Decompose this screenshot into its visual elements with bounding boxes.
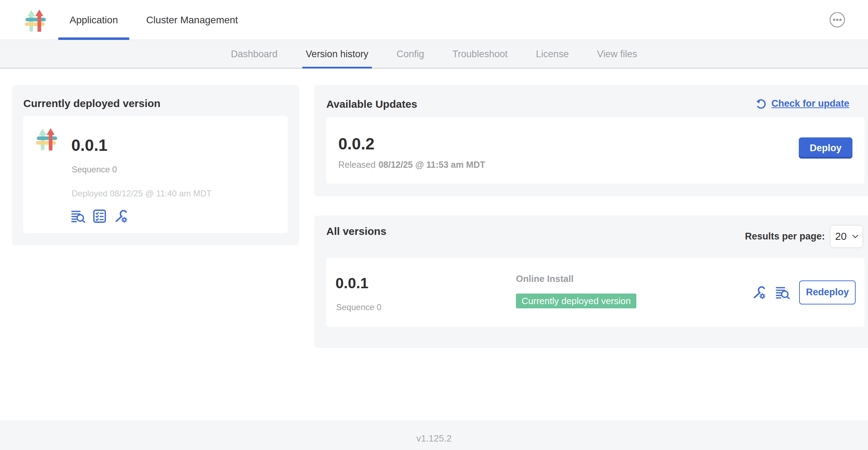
row-sequence: Sequence 0 bbox=[336, 302, 381, 312]
deployed-action-icons bbox=[71, 208, 129, 224]
released-prefix: Released bbox=[338, 160, 376, 170]
currently-deployed-badge: Currently deployed version bbox=[516, 294, 636, 308]
available-updates-card: Available Updates Check for update 0.0.2… bbox=[314, 85, 868, 196]
tab-application[interactable]: Application bbox=[58, 0, 129, 40]
available-updates-title: Available Updates bbox=[326, 98, 417, 110]
deployed-card-title: Currently deployed version bbox=[23, 97, 160, 109]
check-for-update-label: Check for update bbox=[771, 98, 849, 109]
app-logo-icon bbox=[24, 8, 47, 32]
deployed-timestamp: Deployed 08/12/25 @ 11:40 am MDT bbox=[72, 189, 212, 199]
deployed-version-number: 0.0.1 bbox=[71, 136, 107, 155]
update-version-number: 0.0.2 bbox=[338, 134, 374, 153]
tab-cluster-management[interactable]: Cluster Management bbox=[135, 0, 249, 40]
results-per-page-label: Results per page: bbox=[745, 231, 825, 242]
subtab-troubleshoot[interactable]: Troubleshoot bbox=[449, 40, 511, 69]
all-versions-title: All versions bbox=[326, 225, 386, 237]
ellipsis-menu-icon[interactable] bbox=[829, 12, 845, 28]
top-nav-tabs: Application Cluster Management bbox=[58, 0, 249, 40]
subtab-view-files[interactable]: View files bbox=[594, 40, 641, 69]
preflight-checks-icon[interactable] bbox=[92, 208, 107, 224]
update-released-line: Released08/12/25 @ 11:53 am MDT bbox=[338, 160, 485, 170]
subtab-license-label: License bbox=[536, 49, 569, 60]
deployed-version-panel: 0.0.1 Sequence 0 Deployed 08/12/25 @ 11:… bbox=[23, 116, 288, 233]
subtab-config[interactable]: Config bbox=[393, 40, 428, 69]
row-actions: Redeploy bbox=[751, 258, 856, 327]
install-type-label: Online Install bbox=[516, 273, 636, 284]
main-content: Currently deployed version 0.0.1 Sequenc… bbox=[0, 69, 868, 420]
update-row: 0.0.2 Released08/12/25 @ 11:53 am MDT De… bbox=[326, 117, 864, 184]
results-per-page-select[interactable]: 20 bbox=[830, 225, 863, 248]
results-per-page-value: 20 bbox=[835, 231, 846, 242]
edit-config-icon[interactable] bbox=[751, 285, 767, 300]
console-version: v1.125.2 bbox=[416, 420, 452, 444]
chevron-down-icon bbox=[852, 235, 858, 239]
subtab-view-files-label: View files bbox=[597, 49, 637, 60]
row-install-info: Online Install Currently deployed versio… bbox=[516, 273, 636, 308]
subtab-version-history-label: Version history bbox=[306, 49, 368, 60]
active-tab-underline bbox=[58, 37, 129, 40]
subtab-dashboard-label: Dashboard bbox=[231, 49, 278, 60]
all-versions-card: All versions Results per page: 20 0.0.1 … bbox=[314, 215, 868, 348]
tab-cluster-management-label: Cluster Management bbox=[146, 14, 238, 26]
check-for-update-link[interactable]: Check for update bbox=[755, 97, 849, 109]
version-row: 0.0.1 Sequence 0 Online Install Currentl… bbox=[326, 258, 864, 327]
subtab-dashboard[interactable]: Dashboard bbox=[227, 40, 281, 69]
top-navbar: Application Cluster Management bbox=[0, 0, 868, 40]
view-logs-icon[interactable] bbox=[71, 208, 86, 224]
deploy-button[interactable]: Deploy bbox=[799, 137, 852, 159]
view-logs-icon[interactable] bbox=[775, 285, 791, 300]
subtab-troubleshoot-label: Troubleshoot bbox=[452, 49, 508, 60]
released-timestamp: 08/12/25 @ 11:53 am MDT bbox=[379, 160, 485, 170]
subtab-version-history[interactable]: Version history bbox=[302, 40, 372, 69]
currently-deployed-card: Currently deployed version 0.0.1 Sequenc… bbox=[12, 85, 299, 245]
refresh-icon bbox=[755, 97, 767, 109]
redeploy-button[interactable]: Redeploy bbox=[799, 280, 856, 304]
app-logo-icon bbox=[35, 127, 59, 150]
edit-config-icon[interactable] bbox=[113, 208, 129, 224]
tab-application-label: Application bbox=[70, 14, 118, 26]
subtab-license[interactable]: License bbox=[533, 40, 572, 69]
deployed-sequence: Sequence 0 bbox=[72, 165, 117, 174]
row-version-number: 0.0.1 bbox=[335, 275, 368, 292]
app-subnav: Dashboard Version history Config Trouble… bbox=[0, 40, 868, 69]
page-footer: v1.125.2 bbox=[0, 420, 868, 450]
subtab-config-label: Config bbox=[397, 49, 424, 60]
